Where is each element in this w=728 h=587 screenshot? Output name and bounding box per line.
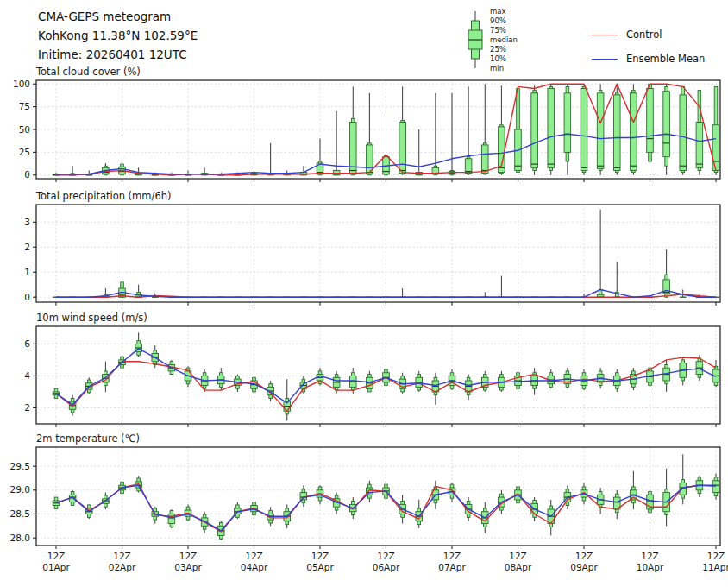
y-tick-label: 0 — [24, 169, 30, 180]
legend-ensemble-mean-label: Ensemble Mean — [626, 53, 705, 65]
control-line-swatch — [592, 35, 618, 35]
y-tick-label: 29.0 — [10, 484, 30, 495]
legend-stat-median: median — [490, 35, 518, 45]
meteogram-page: 0255075100Total cloud cover (%)0123Total… — [0, 0, 728, 587]
panel-title: 10m wind speed (m/s) — [36, 312, 147, 324]
panel-total-cloud-cover: 0255075100Total cloud cover (%) — [13, 66, 720, 182]
x-tick-day-label: 06Apr — [373, 562, 400, 572]
x-tick-hour-label: 12Z — [245, 551, 263, 561]
x-tick-day-label: 02Apr — [109, 562, 136, 572]
y-axis: 0255075100 — [13, 79, 36, 180]
x-tick-hour-label: 12Z — [377, 551, 395, 561]
x-tick-day-label: 03Apr — [174, 562, 202, 572]
x-tick-hour-label: 12Z — [575, 551, 593, 561]
legend-stat-min: min — [490, 64, 518, 73]
x-tick-day-label: 01Apr — [42, 562, 70, 572]
legend-stat-75: 75% — [490, 26, 518, 35]
x-tick-hour-label: 12Z — [641, 551, 659, 561]
x-tick-day-label: 08Apr — [505, 562, 532, 572]
y-tick-label: 0 — [24, 292, 30, 302]
x-tick-hour-label: 12Z — [443, 551, 461, 561]
y-tick-label: 3 — [24, 217, 30, 227]
legend-stat-90: 90% — [490, 16, 518, 26]
y-tick-label: 25 — [19, 147, 30, 157]
y-axis: 28.028.529.029.5 — [10, 461, 36, 543]
x-tick-hour-label: 12Z — [707, 551, 725, 561]
station-coordinates: KohKong 11.38°N 102.59°E — [38, 26, 198, 45]
x-tick-day-label: 10Apr — [637, 562, 664, 572]
y-tick-label: 29.5 — [10, 461, 30, 471]
legend-item-control: Control — [592, 22, 705, 47]
x-tick-hour-label: 12Z — [179, 551, 198, 561]
x-tick-day-label: 07Apr — [438, 562, 466, 572]
panel-title: Total cloud cover (%) — [35, 66, 141, 78]
legend-stat-10: 10% — [490, 54, 518, 64]
x-tick-day-label: 05Apr — [306, 562, 334, 572]
header: CMA-GEPS meteogram KohKong 11.38°N 102.5… — [38, 7, 198, 64]
legend-control-label: Control — [626, 28, 662, 41]
panel-total-precipitation-mm-6h: 0123Total precipitation (mm/6h) — [24, 190, 720, 306]
panel-title: 2m temperature (℃) — [36, 432, 140, 445]
x-tick-hour-label: 12Z — [509, 551, 527, 561]
legend-item-ensemble-mean: Ensemble Mean — [592, 47, 705, 71]
y-axis: 246 — [24, 338, 36, 413]
x-tick-day-label: 11Apr — [702, 562, 728, 572]
boxplot-glyph-icon — [464, 7, 486, 76]
legend-stat-25: 25% — [490, 45, 518, 54]
x-tick-hour-label: 12Z — [47, 551, 66, 561]
x-tick-hour-label: 12Z — [311, 551, 329, 561]
y-tick-label: 28.5 — [10, 508, 30, 519]
y-tick-label: 1 — [24, 267, 30, 277]
y-tick-label: 28.0 — [10, 533, 30, 543]
ensemble-mean-line-swatch — [592, 59, 618, 60]
x-tick-day-label: 04Apr — [241, 562, 268, 572]
panel-2m-temperature: 28.028.529.029.52m temperature (℃) — [10, 432, 720, 549]
y-tick-label: 6 — [24, 338, 30, 349]
y-tick-label: 75 — [19, 101, 30, 111]
boxplot-legend-labels: max 90% 75% median 25% 10% min — [490, 7, 518, 73]
y-tick-label: 2 — [24, 242, 30, 252]
boxplot-legend: max 90% 75% median 25% 10% min — [464, 7, 518, 76]
legend-stat-max: max — [490, 7, 518, 16]
y-tick-label: 4 — [24, 370, 30, 381]
x-axis-labels: 12Z01Apr12Z02Apr12Z03Apr12Z04Apr12Z05Apr… — [42, 551, 728, 572]
y-tick-label: 2 — [24, 402, 30, 413]
line-legend: Control Ensemble Mean — [592, 22, 705, 71]
x-tick-day-label: 09Apr — [570, 562, 598, 572]
y-axis: 0123 — [24, 217, 36, 302]
panel-10m-wind-speed-m-s: 24610m wind speed (m/s) — [24, 312, 720, 427]
page-title: CMA-GEPS meteogram — [38, 7, 198, 26]
y-tick-label: 100 — [13, 79, 30, 89]
x-tick-hour-label: 12Z — [113, 551, 131, 561]
meteogram-canvas: 0255075100Total cloud cover (%)0123Total… — [0, 0, 728, 587]
y-tick-label: 50 — [19, 124, 30, 135]
panel-title: Total precipitation (mm/6h) — [35, 190, 171, 202]
init-time: Initime: 20260401 12UTC — [38, 45, 198, 64]
